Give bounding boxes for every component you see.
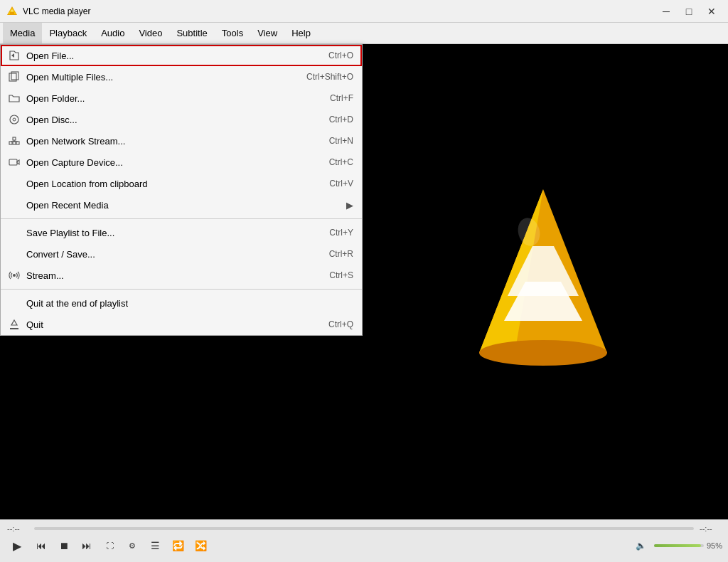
open-network-label: Open Network Stream... — [26, 136, 315, 147]
open-file-icon — [8, 49, 21, 62]
stop-button[interactable]: ⏹ — [54, 537, 74, 554]
time-end: --:-- — [700, 524, 721, 533]
svg-rect-2 — [10, 12, 14, 14]
menu-bar: Media Playback Audio Video Subtitle Tool… — [0, 23, 728, 44]
open-folder-shortcut: Ctrl+F — [330, 93, 353, 103]
menu-stream[interactable]: Stream... Ctrl+S — [1, 265, 362, 286]
open-clipboard-label: Open Location from clipboard — [26, 179, 315, 189]
menu-open-clipboard[interactable]: Open Location from clipboard Ctrl+V — [1, 173, 362, 194]
open-network-icon — [8, 134, 21, 147]
save-playlist-shortcut: Ctrl+Y — [329, 228, 353, 238]
svg-rect-19 — [13, 137, 16, 140]
close-button[interactable]: ✕ — [701, 4, 722, 19]
menu-item-media[interactable]: Media — [3, 23, 42, 43]
menu-open-network[interactable]: Open Network Stream... Ctrl+N — [1, 130, 362, 152]
open-network-shortcut: Ctrl+N — [329, 136, 353, 146]
svg-rect-26 — [10, 328, 18, 329]
window-controls: ─ □ ✕ — [655, 4, 722, 19]
open-capture-label: Open Capture Device... — [26, 157, 315, 168]
open-disc-label: Open Disc... — [26, 115, 315, 125]
menu-convert[interactable]: Convert / Save... Ctrl+R — [1, 243, 362, 265]
volume-area: 🔈 95% — [631, 537, 722, 554]
open-recent-icon — [8, 198, 21, 211]
menu-item-video[interactable]: Video — [132, 23, 169, 43]
quit-shortcut: Ctrl+Q — [328, 319, 353, 329]
menu-open-folder[interactable]: Open Folder... Ctrl+F — [1, 88, 362, 109]
vlc-cone-svg — [465, 182, 621, 381]
menu-open-recent[interactable]: Open Recent Media ▶ — [1, 194, 362, 216]
app-title: VLC media player — [23, 6, 655, 16]
convert-label: Convert / Save... — [26, 249, 315, 260]
stream-shortcut: Ctrl+S — [329, 270, 353, 280]
volume-fill — [654, 544, 702, 547]
open-folder-label: Open Folder... — [26, 93, 316, 104]
extended-settings-button[interactable]: ⚙ — [122, 537, 142, 554]
svg-rect-17 — [13, 142, 16, 144]
bottom-controls: --:-- --:-- ▶ ⏮ ⏹ ⏭ ⛶ ⚙ ☰ 🔁 🔀 🔈 95% — [0, 519, 728, 562]
volume-label: 95% — [707, 541, 722, 550]
save-playlist-icon — [8, 226, 21, 239]
svg-point-3 — [11, 9, 14, 11]
controls-row: ▶ ⏮ ⏹ ⏭ ⛶ ⚙ ☰ 🔁 🔀 🔈 95% — [0, 534, 728, 557]
open-capture-icon — [8, 156, 21, 169]
open-disc-icon — [8, 113, 21, 126]
svg-point-25 — [13, 274, 16, 277]
vlc-cone-area — [358, 44, 728, 519]
fullscreen-button[interactable]: ⛶ — [100, 537, 119, 554]
save-playlist-label: Save Playlist to File... — [26, 228, 315, 238]
skip-back-button[interactable]: ⏮ — [31, 537, 51, 554]
open-multiple-shortcut: Ctrl+Shift+O — [306, 72, 353, 82]
minimize-button[interactable]: ─ — [655, 4, 677, 19]
random-button[interactable]: 🔀 — [191, 537, 210, 554]
skip-forward-button[interactable]: ⏭ — [77, 537, 97, 554]
quit-icon — [8, 318, 21, 331]
menu-item-audio[interactable]: Audio — [94, 23, 132, 43]
separator-2 — [1, 289, 362, 290]
open-clipboard-shortcut: Ctrl+V — [329, 179, 353, 189]
progress-bar-area: --:-- --:-- — [0, 520, 728, 534]
mute-button[interactable]: 🔈 — [631, 537, 651, 554]
menu-open-disc[interactable]: Open Disc... Ctrl+D — [1, 109, 362, 130]
quit-end-icon — [8, 297, 21, 309]
open-file-shortcut: Ctrl+O — [328, 51, 353, 60]
svg-marker-11 — [11, 53, 14, 58]
open-clipboard-icon — [8, 177, 21, 190]
menu-quit[interactable]: Quit Ctrl+Q — [1, 314, 362, 335]
quit-end-label: Quit at the end of playlist — [26, 298, 353, 309]
menu-item-help[interactable]: Help — [284, 23, 318, 43]
menu-item-view[interactable]: View — [250, 23, 284, 43]
open-multiple-label: Open Multiple Files... — [26, 72, 292, 83]
menu-open-file[interactable]: Open File... Ctrl+O — [1, 45, 362, 66]
play-button[interactable]: ▶ — [6, 536, 28, 556]
menu-save-playlist[interactable]: Save Playlist to File... Ctrl+Y — [1, 222, 362, 243]
menu-open-multiple[interactable]: Open Multiple Files... Ctrl+Shift+O — [1, 66, 362, 88]
open-recent-arrow: ▶ — [346, 200, 353, 211]
volume-slider[interactable] — [654, 544, 704, 547]
progress-track[interactable] — [34, 527, 694, 530]
svg-rect-16 — [9, 142, 12, 144]
convert-shortcut: Ctrl+R — [329, 249, 353, 259]
menu-item-playback[interactable]: Playback — [42, 23, 94, 43]
separator-1 — [1, 218, 362, 219]
loop-button[interactable]: 🔁 — [168, 537, 188, 554]
open-file-label: Open File... — [26, 51, 314, 61]
playlist-button[interactable]: ☰ — [145, 537, 165, 554]
stream-icon — [8, 269, 21, 282]
open-recent-label: Open Recent Media — [26, 200, 343, 211]
maximize-button[interactable]: □ — [678, 4, 700, 19]
menu-quit-end[interactable]: Quit at the end of playlist — [1, 292, 362, 314]
menu-item-tools[interactable]: Tools — [215, 23, 250, 43]
menu-open-capture[interactable]: Open Capture Device... Ctrl+C — [1, 152, 362, 173]
stream-label: Stream... — [26, 270, 315, 281]
time-start: --:-- — [7, 524, 28, 533]
app-icon — [6, 5, 18, 18]
svg-point-8 — [479, 340, 607, 366]
quit-label: Quit — [26, 319, 314, 330]
svg-marker-27 — [11, 320, 17, 325]
svg-point-15 — [13, 118, 16, 121]
main-content: Open File... Ctrl+O Open Multiple Files.… — [0, 44, 728, 519]
open-capture-shortcut: Ctrl+C — [329, 157, 353, 167]
open-disc-shortcut: Ctrl+D — [329, 115, 353, 124]
open-multiple-icon — [8, 70, 21, 83]
menu-item-subtitle[interactable]: Subtitle — [169, 23, 214, 43]
